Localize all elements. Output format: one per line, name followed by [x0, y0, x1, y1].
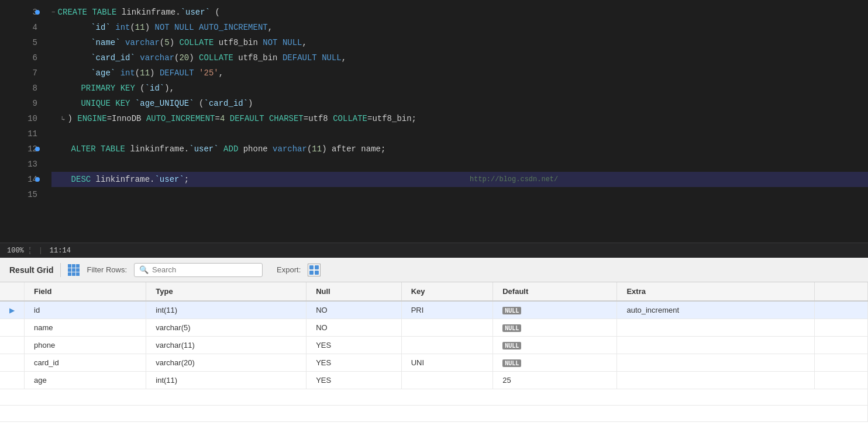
null-badge: NULL: [502, 359, 521, 367]
extra-age: [617, 372, 815, 389]
default-id: NULL: [493, 301, 617, 319]
code-line-9: UNIQUE KEY `age_UNIQUE` (`card_id`): [51, 96, 868, 111]
grid-icon[interactable]: [68, 264, 80, 276]
col-key: Key: [401, 282, 493, 301]
extra2-card-id: [815, 354, 868, 372]
toolbar-separator: [60, 263, 61, 277]
key-id: PRI: [401, 301, 493, 319]
null-badge: NULL: [502, 324, 521, 332]
code-line-7: `age` int(11) DEFAULT '25',: [51, 65, 868, 81]
col-type: Type: [146, 282, 306, 301]
result-toolbar: Result Grid Filter Rows: 🔍 Export:: [0, 258, 868, 282]
code-line-10: ↳) ENGINE=InnoDB AUTO_INCREMENT=4 DEFAUL…: [51, 111, 868, 126]
type-card-id: varchar(20): [146, 354, 306, 372]
table-row-empty: [0, 406, 868, 422]
default-name: NULL: [493, 319, 617, 337]
extra2-age: [815, 372, 868, 389]
row-arrow-cell: [0, 354, 25, 372]
col-default: Default: [493, 282, 617, 301]
line-3: 3: [0, 5, 47, 20]
svg-rect-2: [309, 271, 314, 275]
line-12: 12: [0, 141, 47, 157]
line-8: 8: [0, 81, 47, 96]
null-badge: NULL: [502, 342, 521, 350]
result-area: Result Grid Filter Rows: 🔍 Export:: [0, 258, 868, 436]
export-icon[interactable]: [308, 264, 321, 276]
svg-rect-0: [309, 265, 314, 269]
row-arrow-icon: ▶: [9, 306, 15, 314]
key-age: [401, 372, 493, 389]
code-line-14: DESC linkinframe.`user`; http://blog.csd…: [51, 172, 868, 187]
null-card-id: YES: [306, 354, 402, 372]
status-bar: 100% ⇧⇩ | 11:14: [0, 243, 868, 258]
svg-rect-3: [315, 271, 319, 275]
zoom-level: 100%: [7, 247, 24, 255]
code-line-3: ​−CREATE TABLE linkinframe.`user` (: [51, 5, 868, 20]
code-line-13: [51, 157, 868, 172]
null-badge: NULL: [502, 307, 521, 314]
table-row[interactable]: name varchar(5) NO NULL: [0, 319, 868, 337]
row-arrow-cell: ▶: [0, 301, 25, 319]
field-name: name: [25, 319, 146, 337]
url-watermark: http://blog.csdn.net/: [189, 172, 868, 187]
zoom-arrows[interactable]: ⇧⇩: [29, 246, 32, 255]
search-icon: 🔍: [139, 265, 149, 275]
table-row[interactable]: card_id varchar(20) YES UNI NULL: [0, 354, 868, 372]
field-age: age: [25, 372, 146, 389]
line-4: 4: [0, 20, 47, 35]
default-card-id: NULL: [493, 354, 617, 372]
export-svg: [309, 265, 319, 275]
code-line-11: [51, 126, 868, 141]
export-label: Export:: [277, 265, 301, 274]
col-null: Null: [306, 282, 402, 301]
col-arrow: [0, 282, 25, 301]
field-phone: phone: [25, 337, 146, 354]
type-age: int(11): [146, 372, 306, 389]
line-numbers: 3 4 5 6 7 8 9 10 11 12 13 14 15: [0, 0, 47, 243]
row-arrow-cell: [0, 337, 25, 354]
table-row-empty: [0, 389, 868, 406]
code-line-6: `card_id` varchar(20) COLLATE utf8_bin D…: [51, 50, 868, 65]
extra-name: [617, 319, 815, 337]
extra-card-id: [617, 354, 815, 372]
code-lines: ​−CREATE TABLE linkinframe.`user` ( `id`…: [47, 0, 868, 243]
key-phone: [401, 337, 493, 354]
col-extra2: [815, 282, 868, 301]
extra2-phone: [815, 337, 868, 354]
data-table: Field Type Null Key Default Extra ▶ id i…: [0, 282, 868, 436]
code-line-12: ALTER TABLE linkinframe.`user` ADD phone…: [51, 141, 868, 157]
null-name: NO: [306, 319, 402, 337]
table-row[interactable]: age int(11) YES 25: [0, 372, 868, 389]
field-id: id: [25, 301, 146, 319]
search-input[interactable]: [152, 265, 246, 274]
line-15: 15: [0, 187, 47, 202]
status-separator: |: [39, 247, 43, 255]
editor-area: 3 4 5 6 7 8 9 10 11 12 13 14 15 ​−CREATE…: [0, 0, 868, 243]
default-age: 25: [493, 372, 617, 389]
line-5: 5: [0, 35, 47, 50]
line-11: 11: [0, 126, 47, 141]
search-box[interactable]: 🔍: [134, 263, 263, 277]
null-age: YES: [306, 372, 402, 389]
result-grid-label: Result Grid: [9, 265, 53, 275]
col-extra: Extra: [617, 282, 815, 301]
type-phone: varchar(11): [146, 337, 306, 354]
row-arrow-cell: [0, 372, 25, 389]
row-arrow-cell: [0, 319, 25, 337]
extra2-name: [815, 319, 868, 337]
table-row[interactable]: ▶ id int(11) NO PRI NULL auto_increment: [0, 301, 868, 319]
null-id: NO: [306, 301, 402, 319]
code-line-15: [51, 187, 868, 202]
code-line-5: `name` varchar(5) COLLATE utf8_bin NOT N…: [51, 35, 868, 50]
line-13: 13: [0, 157, 47, 172]
line-10: 10: [0, 111, 47, 126]
code-line-4: `id` int(11) NOT NULL AUTO_INCREMENT,: [51, 20, 868, 35]
col-field: Field: [25, 282, 146, 301]
type-name: varchar(5): [146, 319, 306, 337]
line-6: 6: [0, 50, 47, 65]
extra2-id: [815, 301, 868, 319]
svg-rect-1: [315, 265, 319, 269]
result-table: Field Type Null Key Default Extra ▶ id i…: [0, 282, 868, 422]
field-card-id: card_id: [25, 354, 146, 372]
table-row[interactable]: phone varchar(11) YES NULL: [0, 337, 868, 354]
